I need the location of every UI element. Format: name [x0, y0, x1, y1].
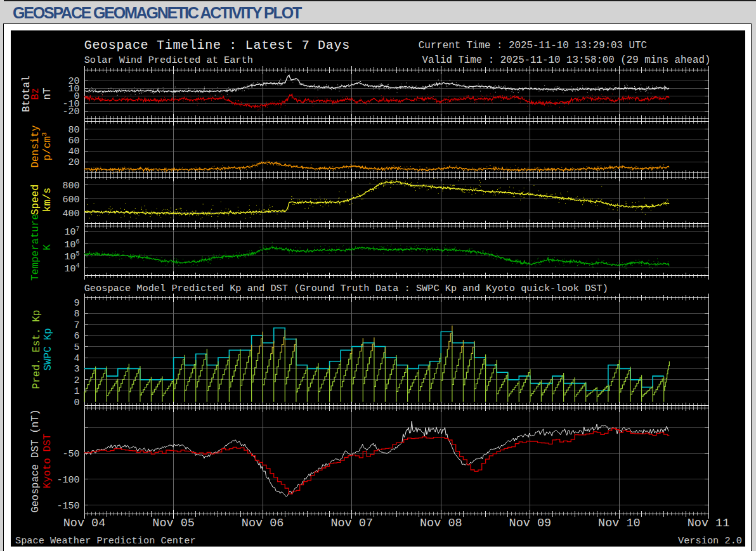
svg-text:Speed: Speed [30, 185, 41, 215]
svg-text:Nov 09: Nov 09 [509, 517, 552, 530]
svg-text:Geospace Model Predicted Kp an: Geospace Model Predicted Kp and DST (Gro… [84, 283, 608, 294]
svg-text:0: 0 [74, 398, 80, 408]
svg-text:-150: -150 [57, 501, 80, 512]
svg-text:Density: Density [30, 125, 41, 168]
svg-text:40: 40 [68, 146, 80, 157]
svg-text:p/cm3: p/cm3 [41, 133, 53, 160]
svg-text:Nov 06: Nov 06 [242, 517, 284, 530]
svg-text:1: 1 [74, 386, 80, 397]
svg-text:80: 80 [68, 125, 80, 136]
svg-text:105: 105 [65, 250, 80, 263]
svg-text:Nov 10: Nov 10 [598, 517, 641, 530]
svg-text:Nov 04: Nov 04 [63, 517, 106, 530]
svg-text:400: 400 [63, 209, 80, 219]
svg-text:K: K [42, 244, 53, 250]
svg-text:-50: -50 [63, 449, 80, 460]
svg-text:Current Time : 2025-11-10 13:2: Current Time : 2025-11-10 13:29:03 UTC [419, 40, 647, 51]
svg-text:Nov 11: Nov 11 [688, 517, 730, 530]
svg-text:600: 600 [63, 195, 80, 205]
svg-text:Solar Wind Predicted at Earth: Solar Wind Predicted at Earth [84, 55, 253, 66]
svg-text:Bz: Bz [30, 88, 41, 100]
svg-text:Geospace DST (nT): Geospace DST (nT) [30, 409, 41, 512]
svg-text:60: 60 [68, 136, 80, 146]
svg-text:Geospace Timeline : Latest 7 D: Geospace Timeline : Latest 7 Days [84, 38, 350, 53]
svg-text:km/s: km/s [42, 188, 53, 212]
svg-text:5: 5 [74, 342, 80, 353]
svg-text:SWPC Kp: SWPC Kp [42, 328, 54, 370]
svg-text:8: 8 [74, 309, 80, 320]
svg-text:6: 6 [74, 331, 80, 342]
svg-text:Valid Time : 2025-11-10 13:58:: Valid Time : 2025-11-10 13:58:00 (29 min… [422, 55, 710, 66]
svg-text:7: 7 [74, 320, 80, 331]
svg-text:104: 104 [65, 263, 80, 275]
svg-text:Nov 07: Nov 07 [330, 517, 373, 530]
svg-text:nT: nT [42, 88, 53, 100]
svg-text:Nov 05: Nov 05 [152, 517, 195, 530]
svg-text:4: 4 [74, 353, 80, 364]
svg-text:Pred. Est. Kp: Pred. Est. Kp [31, 310, 42, 389]
svg-text:-20: -20 [63, 107, 80, 117]
svg-text:800: 800 [63, 181, 80, 191]
svg-text:Nov 08: Nov 08 [420, 517, 462, 530]
svg-text:106: 106 [65, 238, 80, 250]
svg-text:Space Weather Prediction Cente: Space Weather Prediction Center [15, 535, 196, 547]
svg-text:Kyoto DST: Kyoto DST [42, 434, 53, 488]
svg-text:Temperature: Temperature [30, 214, 41, 281]
svg-text:107: 107 [65, 226, 80, 238]
svg-text:20: 20 [68, 157, 80, 168]
svg-text:9: 9 [74, 298, 80, 309]
svg-text:2: 2 [74, 375, 80, 386]
svg-text:-100: -100 [57, 475, 80, 486]
svg-text:Version 2.0: Version 2.0 [678, 535, 742, 547]
svg-text:3: 3 [74, 364, 80, 375]
